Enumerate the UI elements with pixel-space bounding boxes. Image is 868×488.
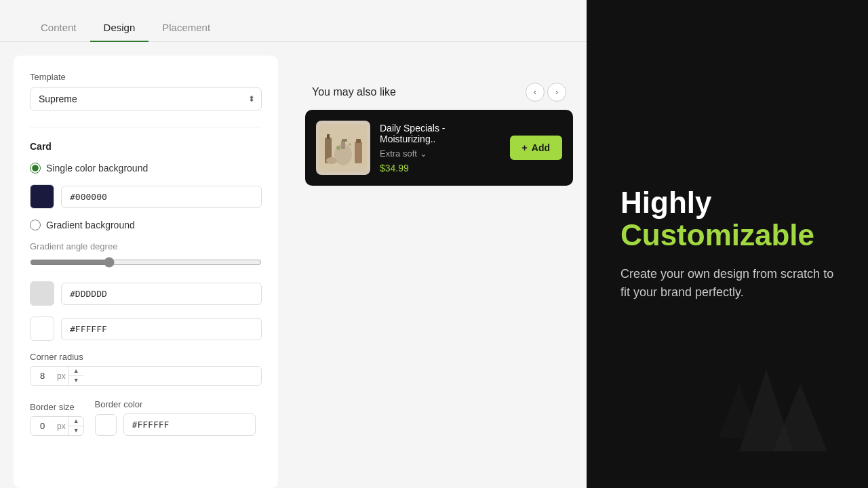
template-label: Template [30,72,262,82]
single-color-input[interactable] [61,186,262,208]
product-card: Daily Specials - Moisturizing.. Extra so… [305,110,573,186]
product-info: Daily Specials - Moisturizing.. Extra so… [380,123,500,174]
corner-radius-arrows: ▲ ▼ [68,367,83,385]
card-section: Card Single color background [30,127,262,436]
border-size-arrows: ▲ ▼ [68,417,83,435]
gradient-angle-slider[interactable] [30,257,262,268]
corner-radius-up[interactable]: ▲ [69,367,83,375]
promo-heading: Highly Customizable [620,186,834,252]
single-color-swatch[interactable] [30,184,54,209]
preview-area: You may also like ‹ › [292,56,587,488]
product-image-svg [319,124,367,171]
tab-placement[interactable]: Placement [149,14,224,41]
svg-point-9 [336,146,340,150]
left-panel: Content Design Placement Template Suprem… [0,0,587,488]
border-size-unit: px [54,418,68,435]
corner-radius-value: 8 [31,367,54,385]
product-name: Daily Specials - Moisturizing.. [380,123,500,144]
widget-header: You may also like ‹ › [305,83,573,110]
border-size-spinbox: 0 px ▲ ▼ [30,416,84,436]
gradient-angle-label: Gradient angle degree [30,241,262,251]
corner-radius-unit: px [54,367,68,385]
widget-nav: ‹ › [526,83,566,102]
add-icon: + [522,142,528,153]
widget-title: You may also like [312,86,396,98]
variant-chevron-icon: ⌄ [420,148,427,159]
single-color-radio-text: Single color background [46,163,148,174]
border-color-input[interactable] [123,413,256,436]
border-section: Border size 0 px ▲ ▼ Border color [30,399,262,436]
gradient-section: Gradient background [30,220,262,230]
gradient-angle-section: Gradient angle degree [30,241,262,270]
settings-panel: Template Supreme Classic Modern Minimal … [14,56,278,488]
border-color-field: Border color [95,399,256,436]
border-size-field: Border size 0 px ▲ ▼ [30,402,84,436]
deco-triangles [698,329,848,468]
gradient-radio[interactable] [30,220,41,230]
gradient-color1-row [30,281,262,306]
variant-text: Extra soft [380,148,417,159]
border-color-swatch[interactable] [95,414,117,436]
gradient-color2-row [30,317,262,341]
gradient-color1-input[interactable] [61,283,262,305]
card-section-title: Card [30,141,262,152]
template-select[interactable]: Supreme Classic Modern Minimal [30,87,262,110]
border-size-up[interactable]: ▲ [69,417,83,426]
main-content: Template Supreme Classic Modern Minimal … [0,56,587,488]
product-widget: You may also like ‹ › [305,83,573,186]
product-price: $34.99 [380,163,500,174]
svg-rect-5 [342,139,347,142]
corner-radius-spinbox: 8 px ▲ ▼ [30,366,262,386]
svg-rect-7 [356,139,361,143]
template-select-wrapper: Supreme Classic Modern Minimal ⬍ [30,87,262,110]
tabs-bar: Content Design Placement [0,14,587,42]
corner-radius-down[interactable]: ▼ [69,375,83,385]
single-color-radio-label[interactable]: Single color background [30,163,262,174]
gradient-color2-input[interactable] [61,318,262,340]
tab-design[interactable]: Design [90,14,149,41]
corner-radius-section: Corner radius 8 px ▲ ▼ [30,352,262,386]
nav-prev-btn[interactable]: ‹ [526,83,545,102]
gradient-color1-swatch[interactable] [30,281,54,306]
tab-content[interactable]: Content [27,14,90,41]
border-color-label: Border color [95,399,256,409]
border-color-row [95,413,256,436]
promo-description: Create your own design from scratch to f… [620,265,834,302]
gradient-radio-label[interactable]: Gradient background [30,220,262,230]
add-label: Add [532,142,550,153]
promo-heading-line2: Customizable [620,219,834,251]
svg-rect-6 [355,142,362,163]
border-size-down[interactable]: ▼ [69,426,83,435]
single-color-radio[interactable] [30,163,41,174]
deco-triangles-svg [698,329,848,465]
gradient-color2-swatch[interactable] [30,317,54,341]
add-to-cart-button[interactable]: + Add [510,136,562,160]
border-size-label: Border size [30,402,84,412]
product-variant[interactable]: Extra soft ⌄ [380,148,500,159]
single-color-row [30,184,262,209]
svg-point-8 [326,157,337,164]
svg-point-10 [349,143,351,146]
nav-next-btn[interactable]: › [547,83,566,102]
background-type-group: Single color background [30,163,262,174]
promo-heading-line1: Highly [620,186,834,219]
svg-rect-4 [341,141,345,149]
right-panel: Highly Customizable Create your own desi… [587,0,868,488]
border-size-value: 0 [31,417,54,435]
product-image [316,121,370,175]
corner-radius-label: Corner radius [30,352,262,362]
gradient-radio-text: Gradient background [46,220,135,230]
template-section: Template Supreme Classic Modern Minimal … [30,72,262,110]
svg-rect-2 [327,134,330,139]
